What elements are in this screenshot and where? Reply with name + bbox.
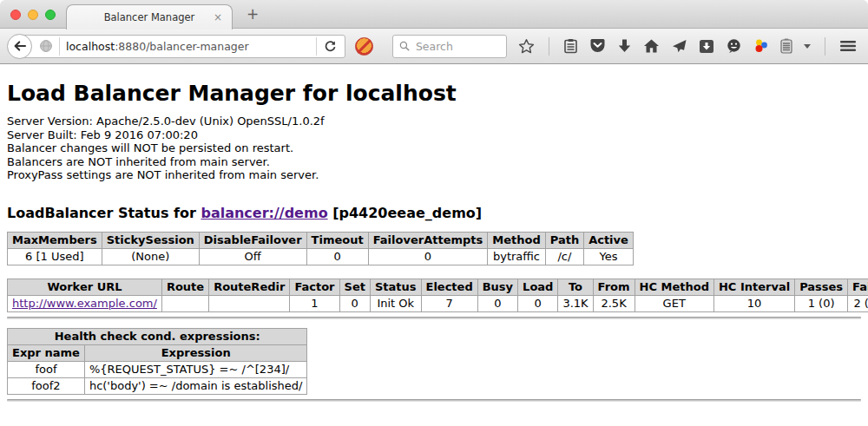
table-cell (209, 295, 290, 311)
column-header: FailoverAttempts (368, 232, 488, 248)
navigation-toolbar: localhost:8880/balancer-manager (0, 29, 868, 64)
worker-url-link[interactable]: http://www.example.com/ (12, 297, 157, 310)
search-box[interactable] (392, 35, 507, 58)
column-header: Set (339, 279, 370, 295)
column-header: Method (488, 232, 545, 248)
table-cell: 0 (368, 248, 488, 265)
menu-hamburger-icon[interactable] (839, 39, 857, 53)
container-icon[interactable] (780, 38, 792, 54)
window-controls (10, 10, 56, 20)
reading-list-icon[interactable] (563, 38, 578, 54)
column-header: Passes (795, 279, 848, 295)
toolbar-separator (825, 37, 825, 56)
reload-icon[interactable] (323, 39, 338, 54)
browser-window: Balancer Manager × + localhost:8880/bala… (0, 0, 868, 426)
table-header-row: Expr nameExpression (8, 344, 307, 361)
inherit-notice-line: Balancers are NOT inherited from main se… (7, 155, 861, 169)
status-heading-suffix: [p4420eeae_demo] (328, 205, 483, 221)
table-cell: 7 (421, 295, 477, 311)
table-header-row: Worker URLRouteRouteRedirFactorSetStatus… (8, 279, 868, 295)
column-header: Fails (848, 279, 868, 295)
pocket-icon[interactable] (589, 38, 606, 54)
table-cell: GET (635, 295, 713, 311)
column-header: Expression (84, 344, 307, 361)
column-header: Busy (477, 279, 517, 295)
column-header: StickySession (102, 232, 199, 248)
server-version-line: Server Version: Apache/2.5.0-dev (Unix) … (7, 115, 861, 128)
table-cell: 0 (477, 295, 517, 311)
column-header: HC Method (635, 279, 713, 295)
table-cell: %{REQUEST_STATUS} =~ /^[234]/ (84, 361, 307, 377)
table-cell: 10 (713, 295, 794, 311)
bookmark-star-icon[interactable] (518, 38, 535, 55)
close-window-button[interactable] (10, 10, 21, 20)
globe-icon (39, 39, 53, 53)
new-tab-button[interactable]: + (247, 5, 259, 23)
column-header: Status (370, 279, 421, 295)
table-cell: foof (8, 361, 85, 377)
worker-status-table: Worker URLRouteRouteRedirFactorSetStatus… (7, 279, 868, 312)
balancer-demo-link[interactable]: balancer://demo (201, 205, 327, 221)
url-host: localhost (66, 40, 115, 53)
colored-dots-icon[interactable] (753, 38, 769, 54)
search-input[interactable] (414, 39, 500, 54)
table-cell: Init Ok (370, 295, 421, 311)
column-header: MaxMembers (8, 232, 102, 248)
back-button[interactable] (7, 34, 32, 59)
horizontal-rule (7, 399, 861, 402)
horizontal-rule (7, 317, 861, 319)
url-text[interactable]: localhost:8880/balancer-manager (66, 40, 249, 53)
server-info: Server Version: Apache/2.5.0-dev (Unix) … (7, 115, 861, 182)
table-row: foof%{REQUEST_STATUS} =~ /^[234]/ (8, 361, 307, 377)
send-tab-icon[interactable] (671, 38, 687, 54)
column-header: From (593, 279, 635, 295)
zoom-window-button[interactable] (45, 10, 56, 20)
downloads-icon[interactable] (617, 38, 632, 54)
table-cell: 3.1K (558, 295, 593, 311)
health-check-table: Health check cond. expressions: Expr nam… (7, 328, 307, 395)
table-cell: 2 (0) (848, 295, 868, 311)
column-header: Expr name (8, 344, 85, 361)
table-row: 6 [1 Used](None)Off00bytraffic/c/Yes (8, 248, 634, 265)
column-header: Load (518, 279, 558, 295)
server-built-line: Server Built: Feb 9 2016 07:00:20 (7, 128, 861, 142)
chevron-down-icon[interactable] (804, 44, 811, 49)
column-header: Elected (421, 279, 477, 295)
column-header: RouteRedir (209, 279, 290, 295)
table-cell: 1 (290, 295, 339, 311)
video-download-icon[interactable] (699, 39, 714, 54)
table-row: foof2hc('body') =~ /domain is establishe… (8, 377, 307, 394)
column-header: Worker URL (8, 279, 162, 295)
page-content: Load Balancer Manager for localhost Serv… (0, 64, 868, 425)
page-title: Load Balancer Manager for localhost (7, 81, 861, 106)
close-tab-icon[interactable]: × (214, 11, 222, 23)
health-table-title-row: Health check cond. expressions: (8, 328, 307, 344)
column-header: DisableFailover (199, 232, 306, 248)
table-header-row: MaxMembersStickySessionDisableFailoverTi… (8, 232, 634, 248)
table-cell: /c/ (545, 248, 583, 265)
content-blocker-icon[interactable] (355, 37, 373, 56)
health-table-title: Health check cond. expressions: (8, 328, 307, 344)
table-cell: 2.5K (593, 295, 635, 311)
smiley-icon[interactable] (726, 38, 742, 54)
column-header: Path (545, 232, 583, 248)
proxypass-notice-line: ProxyPass settings are NOT inherited fro… (7, 168, 861, 182)
table-cell: 0 (518, 295, 558, 311)
url-path: :8880/balancer-manager (115, 40, 248, 53)
table-cell: Yes (584, 248, 634, 265)
home-icon[interactable] (643, 38, 660, 54)
url-bar[interactable]: localhost:8880/balancer-manager (19, 35, 345, 58)
tab-title: Balancer Manager (104, 11, 195, 23)
urlbar-separator (316, 37, 317, 56)
toolbar-icons (518, 37, 868, 56)
table-cell (161, 295, 208, 311)
loadbalancer-status-heading: LoadBalancer Status for balancer://demo … (7, 205, 861, 221)
search-icon (399, 40, 410, 52)
table-cell: 0 (306, 248, 368, 265)
minimize-window-button[interactable] (28, 10, 38, 20)
balancer-settings-table: MaxMembersStickySessionDisableFailoverTi… (7, 232, 634, 265)
tab-balancer-manager[interactable]: Balancer Manager × (66, 4, 233, 29)
table-cell: foof2 (8, 377, 85, 394)
column-header: Timeout (306, 232, 368, 248)
table-cell: 0 (339, 295, 370, 311)
